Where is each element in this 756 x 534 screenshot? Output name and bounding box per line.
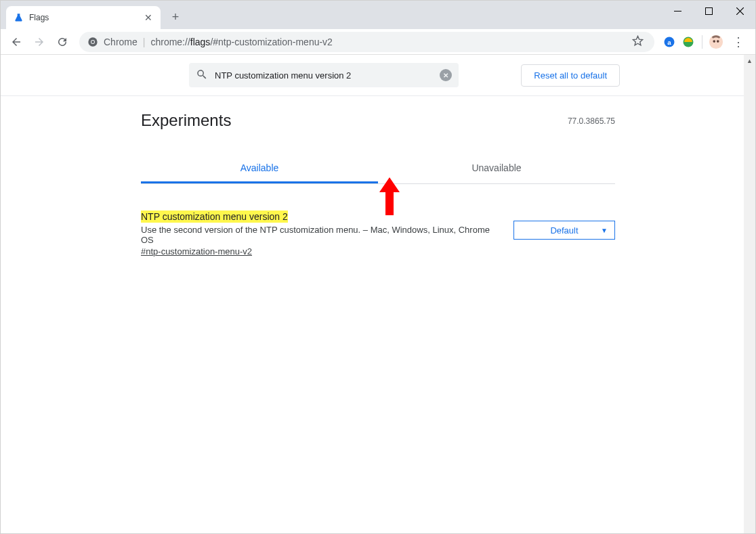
flag-select-value: Default	[550, 225, 578, 236]
close-tab-icon[interactable]: ✕	[143, 12, 154, 23]
flag-description: Use the second version of the NTP custom…	[141, 225, 500, 245]
url-suffix: /#ntp-customization-menu-v2	[210, 37, 333, 47]
maximize-button[interactable]	[693, 1, 724, 21]
url-prefix: chrome://	[150, 37, 190, 47]
window-titlebar: Flags ✕ +	[1, 1, 755, 29]
vertical-scrollbar[interactable]: ▲	[744, 55, 755, 533]
chrome-icon	[87, 37, 98, 47]
flag-anchor-link[interactable]: #ntp-customization-menu-v2	[141, 246, 252, 257]
close-window-button[interactable]	[724, 1, 755, 21]
flags-body: Experiments 77.0.3865.75 Available Unava…	[141, 96, 615, 257]
search-icon	[196, 68, 208, 83]
url-host: flags	[190, 37, 211, 47]
window-controls	[662, 1, 755, 21]
flag-result-item: NTP customization menu version 2 Use the…	[141, 211, 615, 257]
clear-search-icon[interactable]: ✕	[440, 69, 452, 81]
svg-text:a: a	[667, 38, 671, 45]
page-title: Experiments	[141, 111, 615, 130]
omnibox-separator: |	[143, 37, 146, 47]
svg-rect-1	[705, 7, 712, 14]
browser-tab[interactable]: Flags ✕	[6, 6, 161, 29]
flask-icon	[13, 12, 24, 23]
tab-title: Flags	[29, 13, 138, 22]
reload-button[interactable]	[52, 32, 72, 52]
omnibox-scheme-label: Chrome	[104, 37, 138, 47]
tab-unavailable[interactable]: Unavailable	[378, 154, 615, 183]
reset-all-button[interactable]: Reset all to default	[521, 64, 620, 87]
back-button[interactable]	[6, 32, 26, 52]
forward-button[interactable]	[29, 32, 49, 52]
page-content: NTP customization menu version 2 ✕ Reset…	[1, 55, 755, 533]
minimize-button[interactable]	[662, 1, 693, 21]
search-input-value: NTP customization menu version 2	[215, 70, 433, 81]
tab-available[interactable]: Available	[141, 154, 378, 183]
svg-point-10	[717, 40, 719, 43]
address-bar[interactable]: Chrome | chrome://flags/#ntp-customizati…	[79, 32, 654, 52]
chevron-down-icon: ▼	[601, 227, 608, 234]
svg-point-9	[713, 40, 715, 43]
new-tab-button[interactable]: +	[166, 7, 185, 26]
omnibox-url: chrome://flags/#ntp-customization-menu-v…	[150, 37, 624, 47]
bookmark-star-icon[interactable]	[629, 35, 646, 49]
profile-avatar[interactable]	[708, 34, 724, 50]
separator	[702, 35, 702, 49]
flags-tabs: Available Unavailable	[141, 154, 615, 184]
kebab-menu-icon[interactable]: ⋮	[727, 35, 750, 49]
flag-state-dropdown[interactable]: Default ▼	[513, 221, 615, 240]
chrome-version: 77.0.3865.75	[568, 116, 615, 126]
extension-icon-1[interactable]: a	[661, 34, 677, 50]
flag-select-wrap: Default ▼	[513, 211, 615, 257]
flags-search-box[interactable]: NTP customization menu version 2 ✕	[189, 63, 459, 87]
scrollbar-up-icon[interactable]: ▲	[744, 55, 755, 66]
extension-icon-2[interactable]	[680, 34, 696, 50]
flag-title: NTP customization menu version 2	[141, 210, 288, 223]
flags-header: NTP customization menu version 2 ✕ Reset…	[1, 55, 755, 96]
flag-text-block: NTP customization menu version 2 Use the…	[141, 211, 500, 257]
svg-point-4	[91, 41, 94, 43]
svg-rect-0	[674, 11, 681, 12]
browser-toolbar: Chrome | chrome://flags/#ntp-customizati…	[1, 29, 755, 55]
